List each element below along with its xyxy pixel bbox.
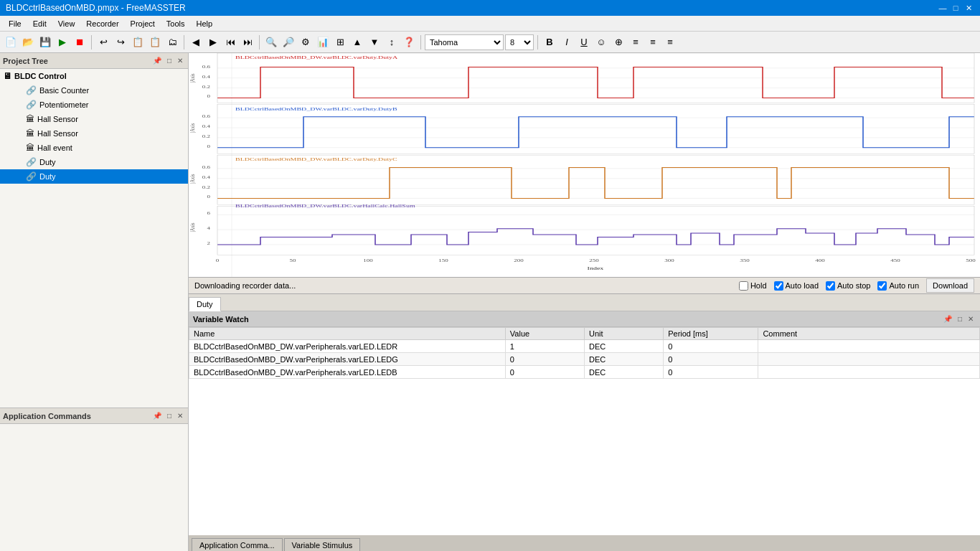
app-float-button[interactable]: □ [165,411,174,420]
row3-value: 0 [505,366,584,379]
svg-text:|Axis: |Axis [189,223,196,232]
bldc-label: BLDC Control [14,72,67,80]
hall-sensor-label2: Hall Sensor [37,129,78,138]
close-panel-button[interactable]: ✕ [175,56,185,65]
app-panel-controls: 📌 □ ✕ [151,411,185,420]
vw-close[interactable]: ✕ [966,314,976,324]
content-area: BLDCctrlBasedOnMBD_DW.varBLDC.varDuty.Du… [189,53,980,551]
hall-sensor-item1[interactable]: 🏛 Hall Sensor [0,112,188,126]
tb-b10[interactable]: ⊕ [611,34,626,50]
redo-button[interactable]: ↪ [113,34,128,50]
menu-help[interactable]: Help [191,18,219,29]
tb-b3[interactable]: 📊 [315,34,331,50]
window-controls: — □ ✕ [937,2,974,14]
align-center-button[interactable]: ≡ [645,34,661,50]
maximize-button[interactable]: □ [950,2,961,14]
download-button[interactable]: Download [926,278,974,293]
tb-nav1[interactable]: ⏮ [222,34,238,50]
svg-text:4: 4 [207,225,210,230]
auto-run-checkbox[interactable] [877,281,887,291]
tb-b7[interactable]: ↕ [384,34,400,50]
auto-run-check-item[interactable]: Auto run [877,281,919,291]
font-size-selector[interactable]: 8 [505,34,534,50]
tb-b9[interactable]: ☺ [593,34,609,50]
svg-text:BLDCctrlBasedOnMBD_DW.varBLDC.: BLDCctrlBasedOnMBD_DW.varBLDC.varHallCal… [235,202,415,208]
vw-pin[interactable]: 📌 [941,314,954,324]
menu-tools[interactable]: Tools [161,18,191,29]
menu-project[interactable]: Project [125,18,161,29]
tb-btn3[interactable]: 📋 [130,34,146,50]
new-button[interactable]: 📄 [3,34,19,50]
bold-button[interactable]: B [542,34,557,50]
svg-text:Index: Index [588,265,605,270]
tb-btn4[interactable]: 📋 [147,34,163,50]
italic-button[interactable]: I [559,34,575,50]
col-period: Period [ms] [664,328,758,340]
table-row[interactable]: BLDCctrlBasedOnMBD_DW.varPeripherals.var… [189,340,980,353]
hold-checkbox[interactable] [739,281,748,291]
run-button[interactable]: ▶ [55,34,70,50]
tb-b2[interactable]: ⚙ [298,34,314,50]
tb-b1[interactable]: 🔎 [281,34,296,50]
duty-item2[interactable]: 🔗 Duty [0,169,188,184]
tb-btn5[interactable]: 🗂 [164,34,180,50]
menu-view[interactable]: View [52,18,81,29]
underline-button[interactable]: U [576,34,592,50]
svg-text:0.4: 0.4 [202,74,210,79]
zoom-button[interactable]: 🔍 [263,34,279,50]
align-left-button[interactable]: ≡ [628,34,644,50]
duty-tab[interactable]: Duty [189,297,221,311]
float-button[interactable]: □ [165,56,174,65]
menu-edit[interactable]: Edit [27,18,52,29]
svg-text:0.4: 0.4 [202,174,210,179]
basic-counter-item[interactable]: 🔗 Basic Counter [0,83,188,98]
pin-button[interactable]: 📌 [151,56,164,65]
table-row[interactable]: BLDCctrlBasedOnMBD_DW.varPeripherals.var… [189,353,980,366]
tb-nav2[interactable]: ⏭ [240,34,255,50]
auto-stop-check-item[interactable]: Auto stop [826,281,870,291]
bldc-control-node[interactable]: 🖥 BLDC Control [0,69,188,83]
vw-float[interactable]: □ [956,314,964,324]
auto-load-label: Auto load [786,281,819,290]
hold-label: Hold [750,281,767,290]
align-right-button[interactable]: ≡ [662,34,678,50]
stop-button[interactable]: ⏹ [72,34,88,50]
close-button[interactable]: ✕ [963,2,974,14]
menu-file[interactable]: File [3,18,27,29]
hall-event-item[interactable]: 🏛 Hall event [0,141,188,155]
app-close-button[interactable]: ✕ [175,411,185,420]
auto-stop-checkbox[interactable] [826,281,835,291]
potentiometer-item[interactable]: 🔗 Potentiometer [0,98,188,112]
svg-text:0.2: 0.2 [202,133,210,138]
row2-name: BLDCctrlBasedOnMBD_DW.varPeripherals.var… [189,353,506,366]
tb-b4[interactable]: ⊞ [332,34,348,50]
duty-item1[interactable]: 🔗 Duty [0,155,188,169]
open-button[interactable]: 📂 [20,34,36,50]
tb-b8[interactable]: ❓ [401,34,417,50]
menu-recorder[interactable]: Recorder [80,18,124,29]
app-pin-button[interactable]: 📌 [151,411,164,420]
tb-b5[interactable]: ▲ [349,34,365,50]
hall-event-icon: 🏛 [26,143,34,153]
svg-text:0: 0 [207,194,210,199]
font-selector[interactable]: Tahoma [425,34,504,50]
auto-load-check-item[interactable]: Auto load [774,281,819,291]
tb-b6[interactable]: ▼ [367,34,382,50]
save-button[interactable]: 💾 [37,34,53,50]
auto-load-checkbox[interactable] [774,281,783,291]
undo-button[interactable]: ↩ [95,34,111,50]
hall-sensor-item2[interactable]: 🏛 Hall Sensor [0,126,188,141]
variable-stimulus-tab[interactable]: Variable Stimulus [284,538,361,551]
svg-text:|Axis: |Axis [189,74,196,83]
table-row[interactable]: BLDCctrlBasedOnMBD_DW.varPeripherals.var… [189,366,980,379]
variable-watch-header: Variable Watch 📌 □ ✕ [189,311,980,327]
app-commands-tab[interactable]: Application Comma... [192,538,283,551]
variable-watch-title: Variable Watch [193,315,249,324]
svg-text:2: 2 [207,240,210,245]
svg-text:100: 100 [363,258,373,263]
fwd-button[interactable]: ▶ [205,34,221,50]
svg-text:350: 350 [740,258,750,263]
minimize-button[interactable]: — [937,2,948,14]
hold-check-item[interactable]: Hold [739,281,767,291]
back-button[interactable]: ◀ [188,34,204,50]
